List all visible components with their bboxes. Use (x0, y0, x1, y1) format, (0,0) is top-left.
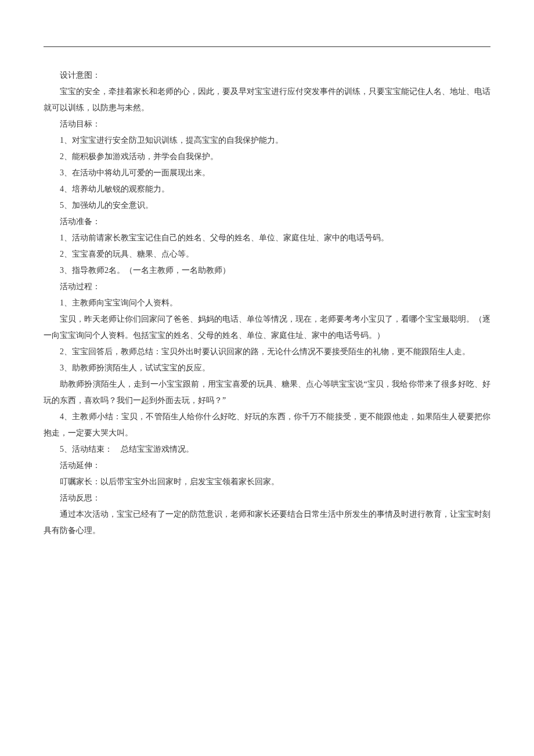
paragraph: 助教师扮演陌生人，走到一小宝宝跟前，用宝宝喜爱的玩具、糖果、点心等哄宝宝说“宝贝… (44, 376, 490, 409)
paragraph: 5、加强幼儿的安全意识。 (44, 197, 490, 214)
paragraph: 1、对宝宝进行安全防卫知识训练，提高宝宝的自我保护能力。 (44, 132, 490, 149)
paragraph: 活动准备： (44, 214, 490, 230)
paragraph: 5、活动结束： 总结宝宝游戏情况。 (44, 441, 490, 458)
paragraph: 2、宝宝喜爱的玩具、糖果、点心等。 (44, 246, 490, 262)
paragraph: 活动过程： (44, 279, 490, 295)
paragraph: 4、主教师小结：宝贝，不管陌生人给你什么好吃、好玩的东西，你千万不能接受，更不能… (44, 409, 490, 441)
paragraph: 活动延伸： (44, 458, 490, 474)
paragraph: 设计意图： (44, 67, 490, 84)
document-body: 设计意图： 宝宝的安全，牵挂着家长和老师的心，因此，要及早对宝宝进行应付突发事件… (44, 67, 490, 539)
paragraph: 宝宝的安全，牵挂着家长和老师的心，因此，要及早对宝宝进行应付突发事件的训练，只要… (44, 84, 490, 116)
paragraph: 活动目标： (44, 116, 490, 132)
paragraph: 通过本次活动，宝宝已经有了一定的防范意识，老师和家长还要结合日常生活中所发生的事… (44, 506, 490, 539)
paragraph: 2、宝宝回答后，教师总结：宝贝外出时要认识回家的路，无论什么情况不要接受陌生的礼… (44, 344, 490, 360)
paragraph: 3、指导教师2名。（一名主教师，一名助教师） (44, 262, 490, 279)
paragraph: 宝贝，昨天老师让你们回家问了爸爸、妈妈的电话、单位等情况，现在，老师要考考小宝贝… (44, 311, 490, 344)
paragraph: 4、培养幼儿敏锐的观察能力。 (44, 181, 490, 197)
top-divider (44, 46, 490, 47)
paragraph: 叮嘱家长：以后带宝宝外出回家时，启发宝宝领着家长回家。 (44, 474, 490, 490)
paragraph: 1、活动前请家长教宝宝记住自己的姓名、父母的姓名、单位、家庭住址、家中的电话号码… (44, 230, 490, 246)
paragraph: 3、助教师扮演陌生人，试试宝宝的反应。 (44, 360, 490, 376)
paragraph: 3、在活动中将幼儿可爱的一面展现出来。 (44, 165, 490, 181)
paragraph: 2、能积极参加游戏活动，并学会自我保护。 (44, 149, 490, 165)
paragraph: 1、主教师向宝宝询问个人资料。 (44, 295, 490, 311)
paragraph: 活动反思： (44, 490, 490, 506)
